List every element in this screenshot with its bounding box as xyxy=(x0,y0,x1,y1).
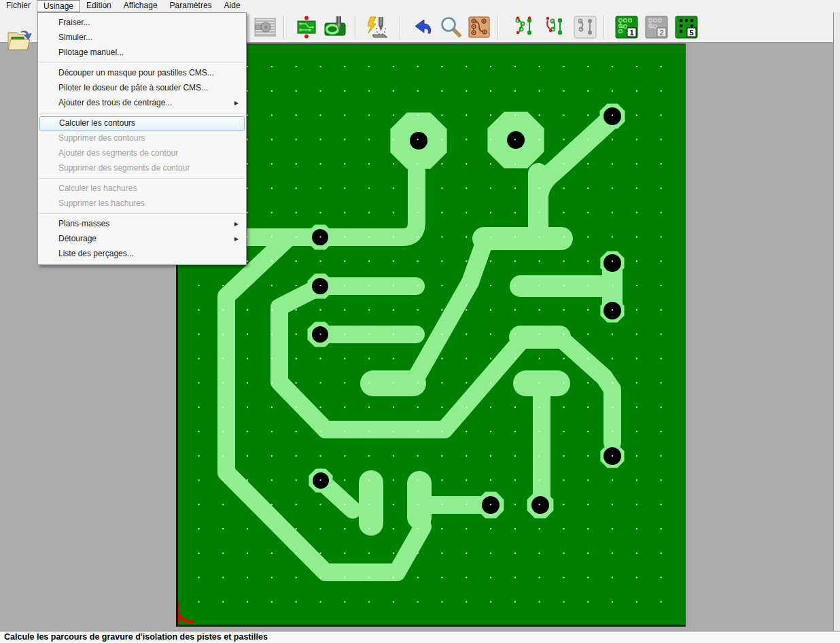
menu-item-label: Calculer les contours xyxy=(59,118,135,128)
tracks-pads-2-button[interactable] xyxy=(542,14,567,40)
menu-item-ajouter-des-segments-de-contour: Ajouter des segments de contour xyxy=(39,146,245,161)
submenu-arrow-icon: ▶ xyxy=(234,217,239,231)
pcb-canvas[interactable] xyxy=(176,44,686,627)
pcb-drawing xyxy=(178,45,684,625)
zoom-button[interactable] xyxy=(438,14,463,40)
drill-hole xyxy=(603,107,621,125)
menu-separator xyxy=(39,213,245,215)
menu-bar: FichierUsinageEditionAffichageParamètres… xyxy=(0,0,840,12)
menubar-item-paramètres[interactable]: Paramètres xyxy=(164,0,218,12)
drill-hole xyxy=(312,229,328,245)
drill-hole xyxy=(507,131,525,149)
menu-item-piloter-le-doseur-de-p-te-souder-cms[interactable]: Piloter le doseur de pâte à souder CMS..… xyxy=(39,81,245,96)
hatch-pads-button[interactable] xyxy=(252,14,278,40)
drill-hole xyxy=(312,278,328,294)
toolbar-separator xyxy=(603,16,605,39)
layer-1-button[interactable]: 1 xyxy=(614,14,640,40)
menubar-item-affichage[interactable]: Affichage xyxy=(118,0,164,12)
usinage-dropdown-menu: Fraiser...Simuler...Pilotage manuel...Dé… xyxy=(37,12,247,265)
copper-trace xyxy=(539,120,610,192)
tracks-pads-disabled-button[interactable] xyxy=(572,14,598,40)
menu-item-plans-masses[interactable]: Plans-masses▶ xyxy=(39,217,245,232)
menu-item-label: Ajouter des segments de contour xyxy=(58,148,178,158)
menu-item-liste-des-per-ages[interactable]: Liste des perçages... xyxy=(39,247,245,262)
menu-item-label: Simuler... xyxy=(58,33,92,42)
window-right-edge xyxy=(833,12,840,631)
tracks-gray-icon xyxy=(573,15,597,39)
engrave-button[interactable] xyxy=(364,14,389,40)
menu-item-d-tourage[interactable]: Détourage▶ xyxy=(39,232,245,247)
menubar-item-usinage[interactable]: Usinage xyxy=(37,0,80,12)
menu-separator xyxy=(39,113,245,114)
menu-item-simuler[interactable]: Simuler... xyxy=(39,31,245,46)
toolbar-separator xyxy=(283,16,285,39)
menubar-item-edition[interactable]: Edition xyxy=(80,0,118,12)
copper-view-button[interactable] xyxy=(466,14,492,40)
svg-text:1: 1 xyxy=(629,29,633,37)
drill-hole xyxy=(482,496,500,514)
menu-item-label: Liste des perçages... xyxy=(58,249,134,258)
centering-holes-icon xyxy=(294,15,319,39)
drill-hole xyxy=(410,132,427,150)
menu-item-d-couper-un-masque-pour-pastilles-cms[interactable]: Découper un masque pour pastilles CMS... xyxy=(39,66,245,81)
drill-hole xyxy=(313,472,329,489)
undo-icon xyxy=(410,15,434,39)
menu-item-ajouter-des-trous-de-centrage[interactable]: Ajouter des trous de centrage...▶ xyxy=(39,96,245,111)
layer-1-icon: 1 xyxy=(614,15,639,39)
svg-text:2: 2 xyxy=(659,29,663,37)
tracks-pads-1-button[interactable] xyxy=(511,14,537,40)
menu-item-label: Piloter le doseur de pâte à souder CMS..… xyxy=(58,83,208,92)
status-bar: Calcule les parcours de gravure d'isolat… xyxy=(0,631,840,643)
layer-5-icon: 5 xyxy=(674,15,699,39)
layer-5-button[interactable]: 5 xyxy=(673,14,699,40)
hatch-pad-icon xyxy=(253,15,277,39)
menu-item-label: Supprimer les hachures xyxy=(58,198,145,208)
drill-hole xyxy=(603,254,621,272)
submenu-arrow-icon: ▶ xyxy=(234,232,239,246)
drill-hole xyxy=(312,326,328,343)
open-file-button[interactable] xyxy=(4,26,35,54)
copper-trace xyxy=(279,288,522,430)
menu-item-calculer-les-hachures: Calculer les hachures xyxy=(39,181,245,196)
drill-hole xyxy=(531,496,549,514)
copper-trace xyxy=(416,245,483,378)
layer-2-icon: 2 xyxy=(644,15,669,39)
tracks-red-green-2-icon xyxy=(542,15,567,39)
mill-button[interactable] xyxy=(322,14,348,40)
engrave-icon xyxy=(364,15,389,39)
menu-item-label: Calculer les hachures xyxy=(58,184,137,193)
menu-item-label: Détourage xyxy=(58,234,97,243)
copper-board-icon xyxy=(467,15,491,39)
undo-button[interactable] xyxy=(409,14,435,40)
menu-item-label: Plans-masses xyxy=(58,219,109,228)
menu-separator xyxy=(39,63,245,64)
menu-item-supprimer-les-hachures: Supprimer les hachures xyxy=(39,196,245,211)
submenu-arrow-icon: ▶ xyxy=(234,96,239,110)
magnifier-icon xyxy=(438,15,463,39)
toolbar-separator xyxy=(400,16,401,39)
status-text: Calcule les parcours de gravure d'isolat… xyxy=(4,632,268,642)
centering-holes-button[interactable] xyxy=(294,14,319,40)
menubar-item-aide[interactable]: Aide xyxy=(218,0,247,12)
drill-hole xyxy=(603,447,621,465)
menu-item-supprimer-des-segments-de-contour: Supprimer des segments de contour xyxy=(39,161,245,176)
menu-item-label: Ajouter des trous de centrage... xyxy=(58,98,172,107)
menu-item-supprimer-des-contours: Supprimer des contours xyxy=(39,131,245,146)
menu-item-label: Découper un masque pour pastilles CMS... xyxy=(58,68,214,77)
copper-trace xyxy=(246,171,417,237)
milling-icon xyxy=(323,15,347,39)
menu-item-fraiser[interactable]: Fraiser... xyxy=(39,16,245,31)
menubar-item-fichier[interactable]: Fichier xyxy=(0,0,37,12)
origin-marker xyxy=(178,608,194,622)
tracks-red-green-icon xyxy=(512,15,536,39)
menu-item-pilotage-manuel[interactable]: Pilotage manuel... xyxy=(39,46,245,60)
toolbar-separator xyxy=(355,16,356,39)
menu-item-label: Supprimer des contours xyxy=(58,133,145,143)
menu-item-calculer-les-contours[interactable]: Calculer les contours xyxy=(39,116,245,131)
menu-item-label: Supprimer des segments de contour xyxy=(58,163,190,173)
menu-item-label: Pilotage manuel... xyxy=(58,48,124,57)
svg-text:5: 5 xyxy=(689,29,693,37)
layer-2-button[interactable]: 2 xyxy=(644,14,669,40)
drill-hole xyxy=(603,302,621,319)
toolbar-separator xyxy=(497,16,499,39)
